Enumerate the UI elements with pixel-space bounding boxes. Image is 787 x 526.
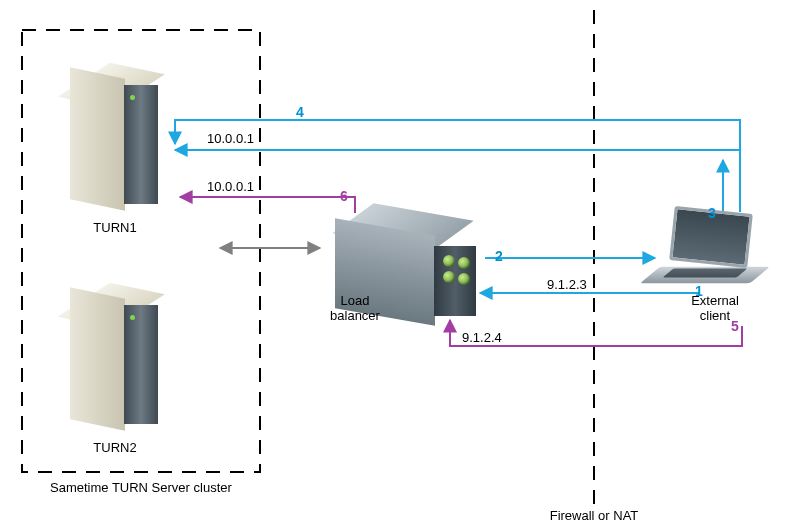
- ip-flow4: 10.0.0.1: [207, 131, 254, 146]
- step-3: 3: [708, 205, 716, 221]
- step-6: 6: [340, 188, 348, 204]
- turn2-label: TURN2: [93, 440, 136, 455]
- step-5: 5: [731, 318, 739, 334]
- flow-6: [180, 197, 355, 213]
- lb-label: Load balancer: [330, 293, 380, 323]
- cluster-caption: Sametime TURN Server cluster: [50, 480, 232, 495]
- step-2: 2: [495, 248, 503, 264]
- ip-flow6: 10.0.0.1: [207, 179, 254, 194]
- step-1: 1: [695, 283, 703, 299]
- external-client: [650, 210, 770, 300]
- step-4: 4: [296, 104, 304, 120]
- server-turn2: [70, 275, 160, 425]
- ip-flow1: 9.1.2.3: [547, 277, 587, 292]
- ip-flow5: 9.1.2.4: [462, 330, 502, 345]
- diagram-canvas: TURN1 TURN2 Sametime TURN Server cluster…: [0, 0, 787, 526]
- turn1-label: TURN1: [93, 220, 136, 235]
- firewall-caption: Firewall or NAT: [550, 508, 639, 523]
- server-turn1: [70, 55, 160, 205]
